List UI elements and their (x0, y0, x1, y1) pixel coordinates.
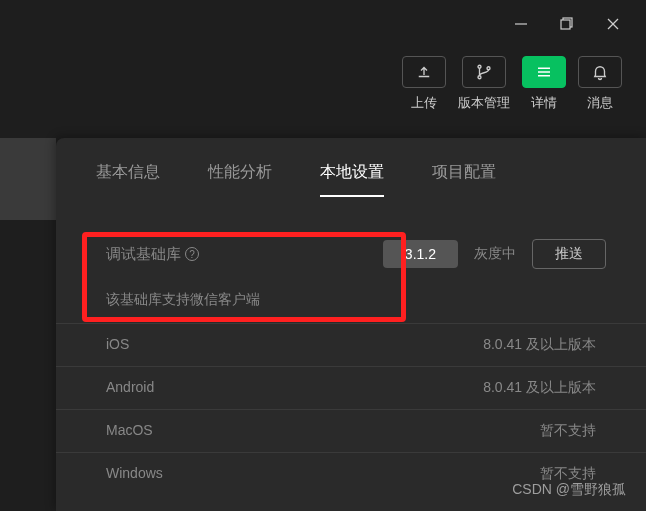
table-row: MacOS 暂不支持 (56, 409, 646, 452)
svg-rect-2 (561, 20, 570, 29)
os-req: 暂不支持 (540, 422, 596, 440)
tab-basic[interactable]: 基本信息 (96, 162, 160, 197)
tab-project[interactable]: 项目配置 (432, 162, 496, 197)
os-req: 8.0.41 及以上版本 (483, 379, 596, 397)
details-button[interactable]: 详情 (522, 56, 566, 112)
version-dropdown[interactable]: 3.1.2 (383, 240, 458, 268)
table-row: Android 8.0.41 及以上版本 (56, 366, 646, 409)
minimize-button[interactable] (498, 4, 544, 44)
svg-point-6 (478, 76, 481, 79)
os-name: Android (106, 379, 483, 397)
notifications-label: 消息 (587, 94, 613, 112)
maximize-button[interactable] (544, 4, 590, 44)
close-button[interactable] (590, 4, 636, 44)
upload-icon (402, 56, 446, 88)
tab-perf[interactable]: 性能分析 (208, 162, 272, 197)
version-label: 版本管理 (458, 94, 510, 112)
details-panel: 基本信息 性能分析 本地设置 项目配置 调试基础库 ? 3.1.2 灰度中 推送… (56, 138, 646, 511)
os-name: MacOS (106, 422, 540, 440)
svg-point-7 (487, 67, 490, 70)
watermark: CSDN @雪野狼孤 (512, 481, 626, 499)
push-button[interactable]: 推送 (532, 239, 606, 269)
support-hint: 该基础库支持微信客户端 (56, 291, 646, 323)
bell-icon (578, 56, 622, 88)
left-strip (0, 138, 56, 220)
version-button[interactable]: 版本管理 (458, 56, 510, 112)
titlebar (0, 0, 646, 48)
os-name: iOS (106, 336, 483, 354)
svg-point-5 (478, 65, 481, 68)
upload-button[interactable]: 上传 (402, 56, 446, 112)
upload-label: 上传 (411, 94, 437, 112)
os-name: Windows (106, 465, 540, 483)
branch-icon (462, 56, 506, 88)
debug-lib-label: 调试基础库 ? (106, 245, 199, 264)
toolbar: 上传 版本管理 详情 消息 (0, 48, 646, 130)
help-icon[interactable]: ? (185, 247, 199, 261)
tabs: 基本信息 性能分析 本地设置 项目配置 (56, 162, 646, 211)
notifications-button[interactable]: 消息 (578, 56, 622, 112)
tab-local[interactable]: 本地设置 (320, 162, 384, 197)
hamburger-icon (522, 56, 566, 88)
details-label: 详情 (531, 94, 557, 112)
debug-lib-row: 调试基础库 ? 3.1.2 灰度中 推送 (56, 211, 646, 291)
os-req: 8.0.41 及以上版本 (483, 336, 596, 354)
gray-status: 灰度中 (474, 245, 516, 263)
table-row: iOS 8.0.41 及以上版本 (56, 323, 646, 366)
